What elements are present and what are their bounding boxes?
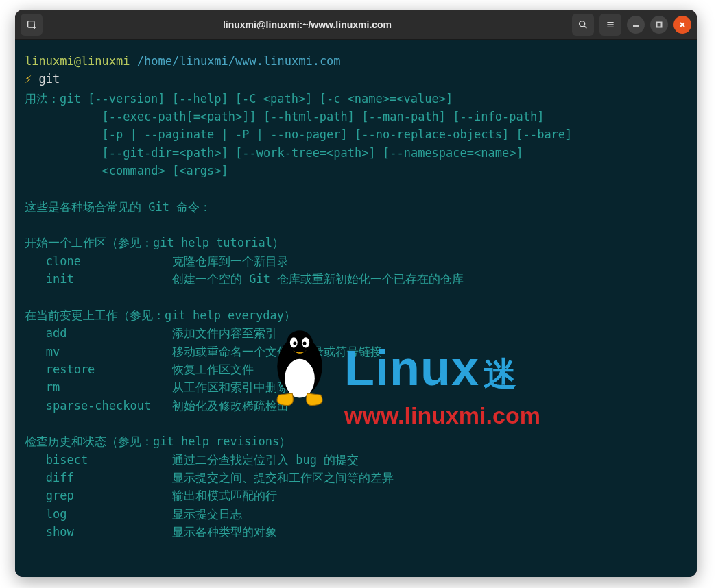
prompt-host: linuxmi@linuxmi (25, 54, 130, 68)
minimize-icon (632, 21, 639, 28)
maximize-button[interactable] (650, 16, 668, 34)
hamburger-icon (605, 19, 616, 30)
terminal-window: linuxmi@linuxmi:~/www.linuxmi.com linuxm… (15, 10, 697, 577)
minimize-button[interactable] (627, 16, 645, 34)
prompt-line-1: linuxmi@linuxmi /home/linuxmi/www.linuxm… (25, 52, 687, 70)
prompt-line-2: ⚡ git (25, 70, 687, 88)
search-icon (577, 19, 588, 30)
svg-line-6 (584, 26, 586, 28)
new-tab-button[interactable] (21, 14, 43, 36)
svg-rect-11 (657, 22, 662, 27)
close-icon (679, 21, 686, 28)
lightning-icon: ⚡ (25, 72, 32, 86)
window-title: linuxmi@linuxmi:~/www.linuxmi.com (48, 19, 566, 30)
svg-point-5 (580, 21, 585, 26)
titlebar: linuxmi@linuxmi:~/www.linuxmi.com (15, 10, 697, 40)
terminal-output: 用法：git [--version] [--help] [-C <path>] … (25, 90, 687, 541)
menu-button[interactable] (599, 14, 621, 36)
close-button[interactable] (673, 16, 691, 34)
search-button[interactable] (572, 14, 594, 36)
new-tab-icon (26, 19, 37, 30)
svg-rect-0 (28, 21, 34, 27)
maximize-icon (656, 21, 663, 28)
command-input: git (39, 72, 60, 86)
prompt-path: /home/linuxmi/www.linuxmi.com (137, 54, 341, 68)
terminal-body[interactable]: linuxmi@linuxmi /home/linuxmi/www.linuxm… (15, 40, 697, 577)
